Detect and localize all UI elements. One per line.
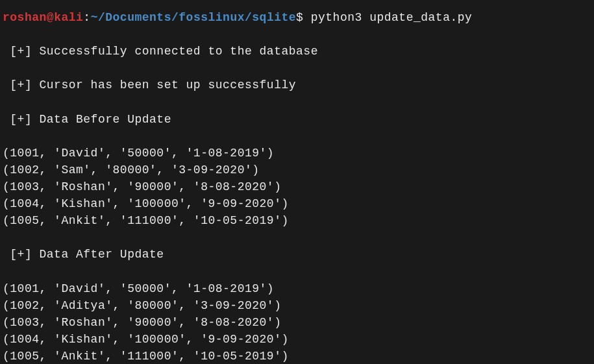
- output-cursor: [+] Cursor has been set up successfully: [3, 77, 591, 93]
- blank-line: [3, 26, 591, 43]
- terminal-prompt-line[interactable]: roshan@kali:~/Documents/fosslinux/sqlite…: [3, 9, 591, 26]
- prompt-colon: :: [83, 11, 90, 24]
- output-header-after: [+] Data After Update: [3, 246, 591, 263]
- data-row-after: (1005, 'Ankit', '111000', '10-05-2019'): [3, 348, 591, 364]
- blank-line: [3, 93, 591, 110]
- data-row-after: (1003, 'Roshan', '90000', '8-08-2020'): [3, 314, 591, 331]
- prompt-user: roshan: [3, 11, 47, 24]
- blank-line: [3, 229, 591, 246]
- data-row-before: (1003, 'Roshan', '90000', '8-08-2020'): [3, 178, 591, 195]
- blank-line: [3, 60, 591, 77]
- blank-line: [3, 128, 591, 145]
- output-connected: [+] Successfully connected to the databa…: [3, 43, 591, 60]
- prompt-command: python3 update_data.py: [311, 11, 473, 24]
- prompt-dollar: $: [296, 11, 311, 24]
- output-header-before: [+] Data Before Update: [3, 111, 591, 128]
- prompt-host: kali: [54, 11, 83, 24]
- data-row-after: (1002, 'Aditya', '80000', '3-09-2020'): [3, 297, 591, 314]
- blank-line: [3, 263, 591, 280]
- data-row-after: (1004, 'Kishan', '100000', '9-09-2020'): [3, 331, 591, 348]
- data-row-before: (1005, 'Ankit', '111000', '10-05-2019'): [3, 212, 591, 229]
- data-row-before: (1004, 'Kishan', '100000', '9-09-2020'): [3, 195, 591, 212]
- data-row-before: (1002, 'Sam', '80000', '3-09-2020'): [3, 162, 591, 178]
- prompt-path: ~/Documents/fosslinux/sqlite: [91, 11, 296, 24]
- data-row-before: (1001, 'David', '50000', '1-08-2019'): [3, 145, 591, 162]
- data-row-after: (1001, 'David', '50000', '1-08-2019'): [3, 280, 591, 297]
- prompt-at: @: [47, 11, 54, 24]
